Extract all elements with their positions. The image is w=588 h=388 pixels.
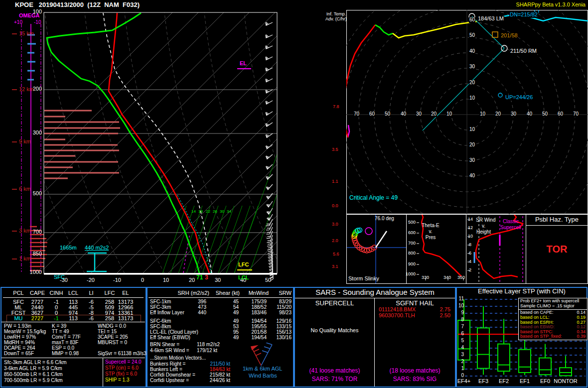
hodo-ring-label: 40 <box>469 49 475 54</box>
sars-loose-matches: (41 loose matches) <box>295 368 374 374</box>
thermo-value: DownT = 65F <box>4 351 34 357</box>
adv-value: 3.0 <box>332 222 338 227</box>
thetae-title: Theta-E <box>420 223 441 229</box>
barb-caption: Wind Barbs <box>249 373 277 379</box>
corfidi-down-label: DN=215/82 <box>509 12 538 18</box>
hodo-ring-label: 40 <box>400 112 407 117</box>
thermo-value: K = 39 <box>52 324 66 329</box>
kin-cell: 115/20 <box>269 305 292 310</box>
thetae-ytick: 900 <box>407 262 416 266</box>
height-label: 3 km <box>19 228 31 234</box>
stp-prob-label: based on STP_fixed: <box>520 334 562 339</box>
slinky-rings <box>352 228 377 253</box>
kin-row-label: Eff Shear (EBWD) <box>150 335 190 341</box>
omega-up-bars <box>27 35 36 80</box>
mixratio-label: 22 <box>206 210 210 214</box>
storm-motion-title: ...Storm Motion Vectors... <box>150 356 206 361</box>
mixratio-label: 26 <box>213 210 217 214</box>
thetae-ytick: 1000 <box>405 272 416 276</box>
kin-cell: 473 <box>183 305 206 310</box>
hazard-divider <box>526 225 588 226</box>
stp-ytick: 6 <box>457 331 464 337</box>
thermo-value: LowRH = 97% <box>4 335 36 340</box>
stp-prob-value: 0.39 <box>577 334 586 339</box>
srwind-classic-label: Classic <box>503 219 519 225</box>
kin-cell: 156/13 <box>269 330 292 335</box>
kin-cell: 49 <box>214 310 239 316</box>
kin-row-label: SFC-6km <box>150 319 171 324</box>
thermo-value: 3CAPE = 205 <box>98 335 128 340</box>
sars-title: SARS - Sounding Analogue System <box>295 288 455 296</box>
hodo-ring-label: 30 <box>510 112 517 117</box>
ship-index: SHIP = 1.3 <box>105 378 129 383</box>
hodo-ring-label: 60 <box>469 17 475 23</box>
stp-ytick: 0 <box>457 373 464 379</box>
sars-supercell-header: SUPERCELL <box>295 300 374 307</box>
wind-barb-column <box>264 19 273 281</box>
mixratio-label: 34 <box>227 210 231 214</box>
barb-caption: 1km & 6km AGL <box>243 366 282 372</box>
hodo-ring-label: 60 <box>369 112 375 117</box>
effective-inflow-bracket[interactable] <box>87 253 107 271</box>
stp-category: NONTOR <box>552 379 580 385</box>
thermo-value: MMP = 0.98 <box>52 351 79 357</box>
temp-tick: 50 <box>261 277 276 283</box>
adv-value: 0.0 <box>332 204 338 208</box>
kin-header: SRH (m2/s2) <box>169 290 209 296</box>
kin-cell: 83/29 <box>269 299 292 305</box>
sars-hail-match[interactable]: 96030700.TLH <box>379 313 415 319</box>
sars-hail-header: SGFNT HAIL <box>375 300 455 307</box>
kin-cell: 98/23 <box>269 310 292 316</box>
hodo-ring-label: 40 <box>469 173 475 179</box>
sfc-temp-value: 3 <box>205 274 208 281</box>
km-ticks <box>12 34 17 259</box>
parcel-cell: 13173 <box>115 316 137 322</box>
hodo-ring-label: 10 <box>479 112 486 117</box>
adv-value: 1.1 <box>332 179 338 184</box>
srwind-title: Height <box>476 230 491 235</box>
srwind-46-label: 4-6km SR Wind = <box>150 348 189 354</box>
kin-cell: 194/54 <box>241 319 267 324</box>
kin-cell: 201/58 <box>241 330 267 335</box>
hodo-ring-label: 50 <box>542 112 548 117</box>
sfc-label: SFC <box>54 274 65 280</box>
sars-hail-match[interactable]: 01112418.BMX <box>379 307 416 313</box>
hodo-ring-label: 30 <box>469 158 475 163</box>
kin-row-label: Eff Inflow Layer <box>150 310 184 316</box>
hodograph[interactable] <box>346 10 588 214</box>
kin-cell: 188/52 <box>241 305 267 310</box>
kin-cell: 440 <box>183 310 206 316</box>
srwind-ytick: 14 <box>468 217 473 222</box>
hodo-ring-label: 70 <box>353 112 360 117</box>
hodo-ring-label: 30 <box>469 64 475 70</box>
mean-wind-label: 201/58 <box>500 33 518 39</box>
temp-tick: 30 <box>210 277 225 283</box>
temp-tick: 10 <box>158 277 173 283</box>
hazard-value: TOR <box>526 244 588 255</box>
supercell-index: Supercell = 24.0 <box>105 360 142 365</box>
kin-cell: 183/46 <box>241 310 267 316</box>
stp-legend: Prob EF2+ torn with supercell Sample CLI… <box>518 298 588 340</box>
pressure-label: 1000 <box>28 269 42 275</box>
sharppy-window: KPOE 20190413/2000 (12Z NAM F032) SHARPp… <box>0 0 588 388</box>
kin-cell: 133/15 <box>269 324 292 330</box>
srwind-ytick: 6 <box>469 251 471 256</box>
stp-ytick: 7 <box>457 324 464 330</box>
hodo-ring-label: 20 <box>495 112 501 117</box>
sars-tor-probability: SARS: 71% TOR <box>295 376 374 383</box>
hodo-ring-label: 10 <box>446 112 452 117</box>
stp-title: Effective Layer STP (with CIN) <box>457 288 587 295</box>
thetae-xtick: 330 <box>422 275 429 280</box>
moist-adiabats <box>162 154 277 273</box>
mixratio-label: 18 <box>198 210 203 214</box>
srwind-ytick: 8 <box>469 243 471 247</box>
thermo-value: MeanW = 15.5g/kg <box>4 329 46 335</box>
skewt-plot[interactable] <box>0 10 292 286</box>
left-mover-label: 184/63 LM <box>477 16 504 22</box>
thetae-title: Pres <box>420 235 441 241</box>
srwind-title: SR Wind <box>476 218 495 223</box>
thetae-title: v. <box>420 229 441 235</box>
thermo-value: SigSvr = 61138 m3/s3 <box>98 351 147 357</box>
stp-ytick: 10 <box>457 303 464 309</box>
hodo-ring-label: 60 <box>557 112 564 117</box>
